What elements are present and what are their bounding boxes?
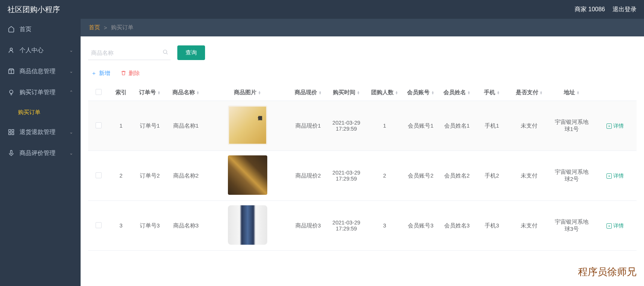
cell-paid: 未支付 <box>509 151 550 201</box>
top-header: 社区团购小程序 商家 10086 退出登录 <box>0 0 644 19</box>
product-image <box>228 155 267 195</box>
main-content: 首页 > 购买订单 查询 ＋ 新增 <box>81 19 644 286</box>
sort-icon[interactable]: ▲▼ <box>577 91 580 95</box>
chevron-up-icon: ⌃ <box>69 90 73 95</box>
th-address[interactable]: 地址▲▼ <box>549 84 594 101</box>
cell-index: 1 <box>109 101 133 151</box>
sort-icon[interactable]: ▲▼ <box>319 91 322 95</box>
cell-product-name: 商品名称2 <box>167 151 205 201</box>
delete-label: 删除 <box>129 70 140 77</box>
sidebar-subitem-label: 购买订单 <box>18 109 40 116</box>
row-checkbox[interactable] <box>96 222 102 228</box>
mic-icon <box>7 150 15 157</box>
sidebar-item-label: 商品评价管理 <box>19 149 55 157</box>
table-row: 1 订单号1 商品名称1 商品现价1 2021-03-29 17:29:59 1… <box>88 101 637 151</box>
search-input[interactable] <box>88 46 171 60</box>
cell-price: 商品现价2 <box>290 151 326 201</box>
sort-icon[interactable]: ▲▼ <box>258 91 261 95</box>
add-button[interactable]: ＋ 新增 <box>91 70 110 77</box>
chevron-down-icon: ⌄ <box>69 129 73 135</box>
cell-phone: 手机1 <box>475 101 509 151</box>
sidebar-subitem-purchase-orders[interactable]: 购买订单 <box>0 103 81 122</box>
select-all-checkbox[interactable] <box>96 89 102 95</box>
cell-order-no: 订单号3 <box>133 201 167 251</box>
sidebar-item-refunds[interactable]: 退货退款管理 ⌄ <box>0 122 81 143</box>
th-product-name[interactable]: 商品名称▲▼ <box>167 84 205 101</box>
cell-buy-time: 2021-03-29 17:29:59 <box>326 101 367 151</box>
sidebar-item-profile[interactable]: 个人中心 ⌄ <box>0 40 81 61</box>
sidebar-item-products[interactable]: 商品信息管理 ⌄ <box>0 61 81 82</box>
svg-point-8 <box>163 50 167 53</box>
th-member-name[interactable]: 会员姓名▲▼ <box>439 84 475 101</box>
breadcrumb-current: 购买订单 <box>111 24 133 31</box>
cell-address: 宇宙银河系地球3号 <box>549 201 594 251</box>
cell-paid: 未支付 <box>509 201 550 251</box>
sort-icon[interactable]: ▲▼ <box>467 91 470 95</box>
search-button[interactable]: 查询 <box>177 45 205 60</box>
th-phone[interactable]: 手机▲▼ <box>475 84 509 101</box>
action-bar: ＋ 新增 删除 <box>88 70 637 77</box>
row-checkbox[interactable] <box>96 172 102 178</box>
merchant-label[interactable]: 商家 10086 <box>575 6 605 14</box>
sort-icon[interactable]: ▲▼ <box>497 91 500 95</box>
row-checkbox[interactable] <box>96 122 102 128</box>
detail-icon: ≡ <box>607 123 612 129</box>
svg-rect-4 <box>12 129 14 131</box>
detail-icon: ≡ <box>607 223 612 229</box>
cell-product-name: 商品名称3 <box>167 201 205 251</box>
th-buy-time[interactable]: 购买时间▲▼ <box>326 84 367 101</box>
cell-product-img <box>205 201 290 251</box>
cell-member-name: 会员姓名3 <box>439 201 475 251</box>
svg-point-0 <box>10 48 12 50</box>
cell-product-img <box>205 101 290 151</box>
delete-button[interactable]: 删除 <box>121 70 140 77</box>
detail-label: 详情 <box>613 173 624 179</box>
cell-price: 商品现价1 <box>290 101 326 151</box>
th-paid[interactable]: 是否支付▲▼ <box>509 84 550 101</box>
sidebar-item-label: 个人中心 <box>19 47 43 54</box>
cell-member-name: 会员姓名2 <box>439 151 475 201</box>
home-icon <box>7 26 15 33</box>
svg-rect-6 <box>12 133 14 135</box>
detail-button[interactable]: ≡详情 <box>607 173 624 179</box>
cell-index: 3 <box>109 201 133 251</box>
sort-icon[interactable]: ▲▼ <box>357 91 360 95</box>
detail-button[interactable]: ≡详情 <box>607 223 624 229</box>
cell-order-no: 订单号1 <box>133 101 167 151</box>
sort-icon[interactable]: ▲▼ <box>395 91 398 95</box>
sidebar-item-label: 购买订单管理 <box>19 89 55 96</box>
th-product-img[interactable]: 商品图片▲▼ <box>205 84 290 101</box>
table-row: 2 订单号2 商品名称2 商品现价2 2021-03-29 17:29:59 2… <box>88 151 637 201</box>
sidebar-item-orders[interactable]: 购买订单管理 ⌃ <box>0 82 81 103</box>
sort-icon[interactable]: ▲▼ <box>157 91 160 95</box>
detail-button[interactable]: ≡详情 <box>607 123 624 129</box>
th-people[interactable]: 团购人数▲▼ <box>367 84 403 101</box>
search-icon[interactable] <box>162 49 168 56</box>
cell-account: 会员账号2 <box>403 151 439 201</box>
breadcrumb-home[interactable]: 首页 <box>89 24 100 31</box>
sidebar-item-label: 首页 <box>19 26 31 33</box>
th-price[interactable]: 商品现价▲▼ <box>290 84 326 101</box>
th-order-no[interactable]: 订单号▲▼ <box>133 84 167 101</box>
th-index[interactable]: 索引 <box>109 84 133 101</box>
cell-buy-time: 2021-03-29 17:29:59 <box>326 151 367 201</box>
sort-icon[interactable]: ▲▼ <box>540 91 543 95</box>
chevron-down-icon: ⌄ <box>69 48 73 53</box>
header-right: 商家 10086 退出登录 <box>575 6 637 14</box>
sort-icon[interactable]: ▲▼ <box>431 91 434 95</box>
trash-icon <box>121 70 126 77</box>
sort-icon[interactable]: ▲▼ <box>196 91 199 95</box>
cell-address: 宇宙银河系地球2号 <box>549 151 594 201</box>
cell-paid: 未支付 <box>509 101 550 151</box>
grid-icon <box>7 129 15 135</box>
plus-icon: ＋ <box>91 70 97 77</box>
sidebar: 首页 个人中心 ⌄ 商品信息管理 ⌄ 购买订单管理 ⌃ 购买订单 <box>0 19 81 286</box>
user-icon <box>7 47 15 54</box>
sidebar-item-reviews[interactable]: 商品评价管理 ⌄ <box>0 143 81 164</box>
cell-phone: 手机2 <box>475 151 509 201</box>
th-account[interactable]: 会员账号▲▼ <box>403 84 439 101</box>
sidebar-item-home[interactable]: 首页 <box>0 19 81 40</box>
logout-link[interactable]: 退出登录 <box>613 6 637 14</box>
detail-label: 详情 <box>613 223 624 229</box>
detail-label: 详情 <box>613 123 624 129</box>
